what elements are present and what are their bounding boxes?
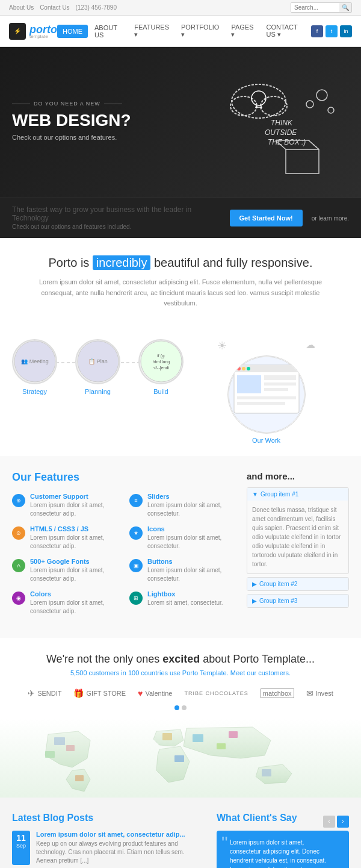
process-step-strategy: 👥 Meeting Strategy: [12, 339, 57, 395]
fonts-icon: A: [12, 559, 25, 572]
feature-lightbox-title: Lightbox: [147, 590, 223, 598]
gift-label: GIFT STORE: [86, 690, 126, 697]
group-content-1: Donec tellus massa, tristique sit amet c…: [247, 501, 348, 573]
build-label: Build: [138, 388, 184, 395]
svg-point-32: [247, 367, 250, 370]
intro-section: Porto is incredibly beautiful and fully …: [0, 238, 361, 333]
dot-1[interactable]: [174, 705, 179, 710]
svg-rect-45: [262, 769, 271, 776]
linkedin-icon[interactable]: in: [340, 25, 352, 37]
valentine-label: Valentine: [145, 690, 172, 697]
nav-pages[interactable]: PAGES ▾: [226, 20, 259, 42]
hero-bottom-text: The fastest way to grow your business wi…: [12, 205, 221, 231]
hero-tag-line-right: [104, 104, 122, 104]
feature-icons-text: Icons Lorem ipsum dolor sit amet, consec…: [147, 525, 235, 551]
excited-section: We're not the only ones excited about Po…: [0, 638, 361, 719]
svg-rect-44: [229, 731, 238, 738]
hero-left: DO YOU NEED A NEW WEB DESIGN? Check out …: [12, 101, 131, 150]
blog-day-1: 11: [16, 833, 26, 843]
features-title: Features: [34, 471, 79, 483]
feature-fonts: A 500+ Google Fonts Lorem ipsum dolor si…: [12, 558, 117, 583]
group-arrow-1: ▼: [252, 491, 258, 498]
build-circle: if (g: html lang <!--[endi: [138, 339, 184, 384]
svg-rect-43: [193, 734, 203, 742]
group-label-2: Group item #2: [259, 581, 297, 587]
dot-2[interactable]: [182, 705, 187, 710]
strategy-label: Strategy: [12, 388, 57, 395]
customer-support-icon: ⊕: [12, 494, 25, 507]
features-header: Our Features: [12, 471, 235, 484]
facebook-icon[interactable]: f: [311, 25, 323, 37]
sliders-icon: ≡: [129, 494, 143, 507]
html5-icon: ⊙: [12, 526, 25, 540]
twitter-icon[interactable]: t: [326, 25, 338, 37]
search-bar[interactable]: 🔍: [291, 2, 352, 13]
logo-icon: ⚡: [9, 23, 26, 40]
lightbox-icon: ⊞: [129, 592, 143, 605]
group-header-3[interactable]: ▶ Group item #3: [247, 595, 348, 607]
feature-sliders-text: Sliders Lorem ipsum dolor sit amet, cons…: [147, 493, 235, 518]
feature-fonts-desc: Lorem ipsum dolor sit amet, consectetur …: [30, 566, 117, 583]
social-icons: f t in: [311, 25, 352, 37]
hero-tag: DO YOU NEED A NEW: [12, 101, 131, 107]
feature-sliders-title: Sliders: [147, 493, 235, 500]
excited-highlight: excited: [162, 653, 200, 665]
feature-colors-text: Colors Lorem ipsum dolor sit amet, conse…: [30, 590, 117, 616]
client-sendit: ✈ SENDIT: [28, 688, 61, 698]
blog-text-1: Keep up on our always evolving product f…: [36, 840, 205, 865]
planning-circle: 📋 Plan: [75, 339, 120, 384]
get-started-button[interactable]: Get Started Now!: [230, 210, 303, 226]
svg-rect-33: [237, 375, 261, 393]
feature-customer-support-title: Customer Support: [30, 493, 117, 500]
matchbox-label: matchbox: [261, 688, 294, 698]
colors-icon: ◉: [12, 592, 25, 605]
testimonial-next[interactable]: ›: [337, 816, 349, 828]
icons-icon: ★: [129, 526, 143, 540]
nav-features[interactable]: FEATURES ▾: [129, 20, 174, 42]
contact-link[interactable]: Contact Us: [40, 4, 69, 11]
feature-icons-desc: Lorem ipsum dolor sit amet, consectetur.: [147, 534, 235, 551]
worldmap-section: [0, 719, 361, 798]
intro-title-after: beautiful and fully responsive.: [154, 256, 313, 269]
group-header-2[interactable]: ▶ Group item #2: [247, 578, 348, 590]
hero-tag-text: DO YOU NEED A NEW: [34, 101, 100, 107]
feature-buttons-title: Buttons: [147, 558, 235, 565]
invest-icon: ✉: [306, 688, 313, 698]
svg-rect-47: [174, 755, 184, 762]
svg-text:THINK: THINK: [271, 119, 293, 127]
tribe-label: TRIBE CHOCOLATES: [184, 690, 248, 696]
test-suffix: Say: [280, 813, 297, 823]
svg-rect-10: [286, 149, 319, 173]
about-link[interactable]: About Us: [9, 4, 34, 11]
group-arrow-2: ▶: [252, 581, 257, 587]
hero-subtitle: Check out our options and features.: [12, 134, 131, 141]
group-label-3: Group item #3: [259, 598, 297, 604]
search-input[interactable]: [291, 3, 339, 12]
feature-html5: ⊙ HTML5 / CSS3 / JS Lorem ipsum dolor si…: [12, 525, 117, 551]
blog-title-1[interactable]: Lorem ipsum dolor sit amet, consectetur …: [36, 831, 205, 838]
group-arrow-3: ▶: [252, 598, 257, 604]
process-steps: 👥 Meeting Strategy 📋 Plan Planning if (g…: [12, 339, 184, 395]
svg-point-2: [261, 96, 287, 116]
feature-fonts-text: 500+ Google Fonts Lorem ipsum dolor sit …: [30, 558, 117, 583]
process-section: 👥 Meeting Strategy 📋 Plan Planning if (g…: [0, 333, 361, 456]
feature-icons-title: Icons: [147, 525, 235, 532]
svg-rect-39: [54, 737, 65, 745]
search-button[interactable]: 🔍: [339, 3, 351, 12]
strategy-circle: 👥 Meeting: [12, 339, 57, 384]
worldmap-inner: [0, 719, 361, 798]
svg-rect-37: [237, 396, 296, 399]
nav-about[interactable]: ABOUT US: [89, 21, 128, 42]
feature-colors-title: Colors: [30, 590, 117, 598]
testimonial-title: What Client's Say: [217, 813, 323, 823]
nav-contact[interactable]: CONTACT US ▾: [261, 20, 311, 42]
testimonial-prev[interactable]: ‹: [323, 816, 335, 828]
blog-testimonial-section: Latest Blog Posts 11 Sep Lorem ipsum dol…: [0, 798, 361, 868]
features-content: Our Features ⊕ Customer Support Lorem ip…: [12, 471, 349, 623]
feature-colors-desc: Lorem ipsum dolor sit amet, consectetur …: [30, 599, 117, 616]
group-header-1[interactable]: ▼ Group item #1: [247, 488, 348, 501]
svg-rect-36: [264, 388, 288, 391]
nav-home[interactable]: HOME: [57, 25, 88, 38]
nav-portfolio[interactable]: PORTFOLIO ▾: [176, 20, 224, 42]
phone-number: (123) 456-7890: [76, 4, 117, 11]
